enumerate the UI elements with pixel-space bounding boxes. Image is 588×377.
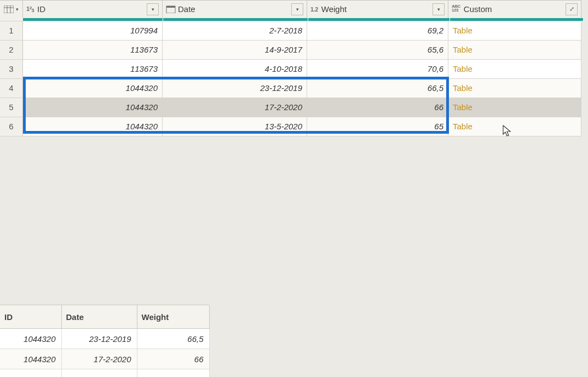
row-number[interactable]: 2 bbox=[0, 41, 23, 59]
row-number[interactable]: 6 bbox=[0, 117, 23, 136]
table-row[interactable]: 11079942-7-201869,2Table bbox=[0, 21, 581, 41]
row-number[interactable]: 5 bbox=[0, 98, 23, 117]
preview-row[interactable]: 104432013-5-202065 bbox=[0, 369, 209, 378]
cell-weight: 65,6 bbox=[307, 41, 448, 59]
cell-id: 113673 bbox=[23, 60, 163, 78]
date-type-icon bbox=[166, 5, 176, 13]
preview-cell-id: 1044320 bbox=[0, 329, 61, 349]
filter-button-date[interactable]: ▾ bbox=[291, 3, 303, 15]
cell-weight: 66,5 bbox=[307, 79, 448, 98]
svg-rect-5 bbox=[166, 6, 175, 8]
column-label: ID bbox=[37, 1, 45, 18]
cell-id: 1044320 bbox=[23, 98, 163, 117]
column-label: Weight bbox=[321, 1, 347, 18]
preview-cell-date: 17-2-2020 bbox=[61, 349, 137, 369]
cell-custom[interactable]: Table bbox=[448, 79, 581, 98]
cell-date: 4-10-2018 bbox=[163, 60, 307, 78]
preview-cell-weight: 66 bbox=[137, 349, 209, 369]
cell-custom[interactable]: Table bbox=[448, 117, 581, 136]
grid-header-row: ▾ 123 ID ▾ Date ▾ 1.2 Weight ▾ ABC123 Cu… bbox=[0, 0, 581, 18]
column-header-custom[interactable]: ABC123 Custom ⤢ bbox=[448, 1, 581, 18]
cell-id: 113673 bbox=[23, 41, 163, 59]
column-label: Custom bbox=[464, 1, 492, 18]
preview-cell-weight: 65 bbox=[137, 369, 209, 378]
int-type-icon: 123 bbox=[26, 0, 34, 19]
grid-body: 11079942-7-201869,2Table211367314-9-2017… bbox=[0, 21, 581, 136]
preview-cell-id: 1044320 bbox=[0, 349, 61, 369]
column-header-id[interactable]: 123 ID ▾ bbox=[23, 1, 163, 18]
filter-button-id[interactable]: ▾ bbox=[147, 3, 159, 15]
preview-cell-date: 13-5-2020 bbox=[61, 369, 137, 378]
cell-date: 17-2-2020 bbox=[163, 98, 307, 117]
row-number[interactable]: 4 bbox=[0, 79, 23, 98]
cell-weight: 66 bbox=[307, 98, 448, 117]
cell-weight: 69,2 bbox=[307, 21, 448, 40]
row-number[interactable]: 3 bbox=[0, 60, 23, 78]
cell-date: 13-5-2020 bbox=[163, 117, 307, 136]
decimal-type-icon: 1.2 bbox=[310, 1, 318, 18]
data-grid: ▾ 123 ID ▾ Date ▾ 1.2 Weight ▾ ABC123 Cu… bbox=[0, 0, 581, 136]
svg-rect-0 bbox=[4, 5, 14, 13]
column-label: Date bbox=[178, 1, 195, 18]
any-type-icon: ABC123 bbox=[452, 1, 460, 18]
cell-id: 107994 bbox=[23, 21, 163, 40]
cell-id: 1044320 bbox=[23, 117, 163, 136]
table-row[interactable]: 6104432013-5-202065Table bbox=[0, 117, 581, 136]
table-row[interactable]: 31136734-10-201870,6Table bbox=[0, 60, 581, 79]
cell-custom[interactable]: Table bbox=[448, 21, 581, 40]
preview-cell-date: 23-12-2019 bbox=[61, 329, 137, 349]
column-header-weight[interactable]: 1.2 Weight ▾ bbox=[307, 1, 448, 18]
preview-row[interactable]: 104432017-2-202066 bbox=[0, 349, 209, 369]
row-selector-header[interactable]: ▾ bbox=[0, 1, 23, 18]
preview-row[interactable]: 104432023-12-201966,5 bbox=[0, 329, 209, 349]
cell-custom[interactable]: Table bbox=[448, 98, 581, 117]
preview-header-weight[interactable]: Weight bbox=[137, 305, 209, 329]
filter-button-weight[interactable]: ▾ bbox=[433, 3, 445, 15]
cell-date: 23-12-2019 bbox=[163, 79, 307, 98]
table-icon bbox=[4, 5, 14, 13]
table-row[interactable]: 211367314-9-201765,6Table bbox=[0, 41, 581, 60]
preview-header-id[interactable]: ID bbox=[0, 305, 61, 329]
cell-weight: 65 bbox=[307, 117, 448, 136]
row-number[interactable]: 1 bbox=[0, 21, 23, 40]
cell-date: 2-7-2018 bbox=[163, 21, 307, 40]
cell-date: 14-9-2017 bbox=[163, 41, 307, 59]
preview-header-row: ID Date Weight bbox=[0, 305, 209, 329]
cell-weight: 70,6 bbox=[307, 60, 448, 78]
cell-id: 1044320 bbox=[23, 79, 163, 98]
cell-custom[interactable]: Table bbox=[448, 41, 581, 59]
preview-cell-weight: 66,5 bbox=[137, 329, 209, 349]
cell-custom[interactable]: Table bbox=[448, 60, 581, 78]
nested-table-preview: ID Date Weight 104432023-12-201966,51044… bbox=[0, 305, 209, 377]
preview-header-date[interactable]: Date bbox=[61, 305, 137, 329]
table-row[interactable]: 4104432023-12-201966,5Table bbox=[0, 79, 581, 98]
table-row[interactable]: 5104432017-2-202066Table bbox=[0, 98, 581, 117]
expand-button-custom[interactable]: ⤢ bbox=[566, 3, 578, 15]
column-header-date[interactable]: Date ▾ bbox=[163, 1, 307, 18]
preview-cell-id: 1044320 bbox=[0, 369, 61, 378]
